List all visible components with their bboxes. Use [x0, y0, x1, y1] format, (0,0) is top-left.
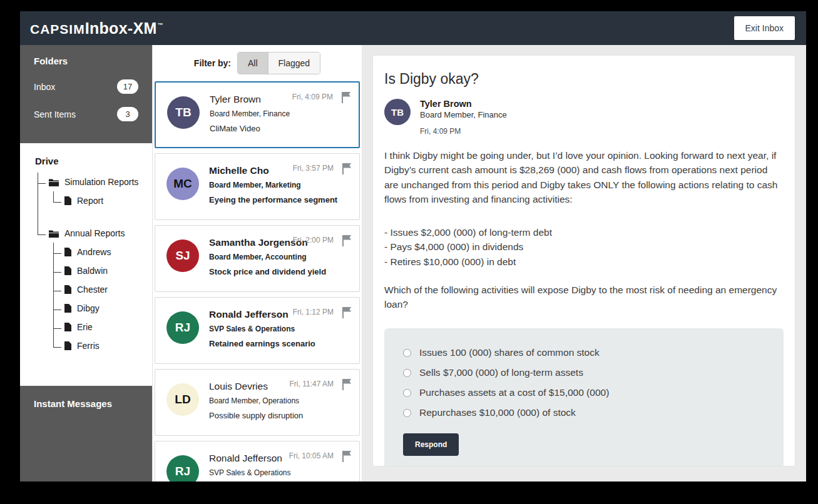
file-baldwin[interactable]: Baldwin — [64, 261, 152, 280]
email-date: Fri, 1:12 PM — [293, 308, 334, 316]
folders-title: Folders — [34, 56, 138, 66]
exit-inbox-button[interactable]: Exit Inbox — [734, 16, 795, 40]
file-icon — [64, 323, 71, 331]
email-subject: Possible supply disruption — [209, 411, 303, 420]
email-date: Fri, 4:09 PM — [292, 93, 333, 101]
capsim-inbox-logo: CAPSIMInbox-XM™ — [30, 19, 163, 38]
file-andrews[interactable]: Andrews — [64, 243, 152, 261]
flag-icon[interactable] — [342, 163, 352, 174]
sent-items-label: Sent Items — [34, 109, 76, 119]
avatar: TB — [384, 99, 411, 125]
flag-icon[interactable] — [342, 450, 352, 462]
bullet-line: - Issues $2,000 (000) of long-term debt — [384, 225, 784, 239]
filter-bar: Filter by: All Flagged — [153, 45, 362, 81]
radio-button[interactable] — [403, 349, 411, 357]
sidebar-item-inbox[interactable]: Inbox 17 — [34, 79, 138, 94]
body-bullet-list: - Issues $2,000 (000) of long-term debt … — [384, 225, 784, 269]
flag-icon[interactable] — [342, 378, 352, 390]
email-list-item-samantha-jorgenson[interactable]: SJ Samantha Jorgenson Board Member, Acco… — [155, 225, 360, 292]
answer-options-box: Issues 100 (000) shares of common stock … — [384, 328, 784, 466]
folder-label: Annual Reports — [64, 228, 125, 238]
sender-role: Board Member, Finance — [420, 110, 507, 119]
file-icon — [64, 248, 71, 256]
file-label: Ferris — [77, 341, 100, 351]
avatar: TB — [167, 96, 200, 129]
email-cards-list: TB Tyler Brown Board Member, Finance Cli… — [153, 81, 362, 481]
file-dibgy[interactable]: Dibgy — [64, 299, 152, 318]
tree-leaf: Dibgy — [53, 299, 152, 318]
sender-name: Tyler Brown — [210, 94, 290, 105]
file-report[interactable]: Report — [64, 191, 152, 210]
email-date: Fri, 4:09 PM — [420, 127, 507, 136]
avatar: SJ — [166, 239, 199, 272]
email-list-item-ronald-jefferson-2[interactable]: RJ Ronald Jefferson SVP Sales & Operatio… — [155, 441, 360, 481]
sent-items-count-badge: 3 — [117, 107, 138, 121]
logo-capsim-text: CAPSIM — [30, 22, 85, 37]
radio-button[interactable] — [403, 409, 411, 417]
option-issues-common-stock[interactable]: Issues 100 (000) shares of common stock — [403, 347, 765, 358]
flag-icon[interactable] — [342, 234, 352, 246]
folder-icon — [49, 229, 59, 238]
email-date: Fri, 11:47 AM — [290, 380, 334, 388]
email-title: Is Digby okay? — [384, 71, 784, 88]
drive-section: Drive Simulation Reports Report — [20, 143, 152, 386]
file-ferris[interactable]: Ferris — [64, 336, 152, 355]
sender-name: Ronald Jefferson — [209, 453, 291, 464]
option-label: Sells $7,000 (000) of long-term assets — [419, 367, 583, 378]
email-list-item-ronald-jefferson-1[interactable]: RJ Ronald Jefferson SVP Sales & Operatio… — [155, 297, 360, 364]
folder-annual-reports[interactable]: Annual Reports — [49, 224, 152, 243]
top-bar: CAPSIMInbox-XM™ Exit Inbox — [20, 11, 806, 45]
avatar: LD — [166, 383, 199, 416]
instant-messages-section[interactable]: Instant Messages — [20, 386, 152, 481]
radio-button[interactable] — [403, 369, 411, 377]
trademark-symbol: ™ — [158, 22, 163, 28]
sender-role: Board Member, Operations — [209, 396, 303, 405]
option-sells-long-term-assets[interactable]: Sells $7,000 (000) of long-term assets — [403, 367, 765, 378]
sender-role: SVP Sales & Operations — [209, 468, 291, 477]
file-label: Report — [77, 196, 103, 206]
file-label: Dibgy — [77, 303, 100, 313]
sender-role: SVP Sales & Operations — [209, 325, 315, 333]
sidebar: Folders Inbox 17 Sent Items 3 Drive Sim — [20, 45, 152, 481]
app-window: CAPSIMInbox-XM™ Exit Inbox Folders Inbox… — [20, 11, 806, 481]
inbox-count-badge: 17 — [117, 79, 138, 94]
sidebar-item-sent-items[interactable]: Sent Items 3 — [34, 107, 138, 121]
tree-leaf: Baldwin — [53, 261, 152, 280]
logo-inbox-xm-text: Inbox-XM — [85, 19, 157, 38]
file-label: Baldwin — [77, 266, 108, 276]
option-label: Repurchases $10,000 (000) of stock — [419, 407, 576, 418]
file-erie[interactable]: Erie — [64, 318, 152, 336]
body-paragraph: I think Digby might be going under, but … — [384, 148, 784, 206]
open-email-card: Is Digby okay? TB Tyler Brown Board Memb… — [373, 56, 795, 466]
tree-branch-annual-reports: Annual Reports Andrews — [38, 210, 152, 355]
file-chester[interactable]: Chester — [64, 280, 152, 299]
email-list-column: Filter by: All Flagged TB Tyler Brown Bo… — [152, 45, 362, 481]
tree-leaf: Chester — [53, 280, 152, 299]
email-list-item-tyler-brown[interactable]: TB Tyler Brown Board Member, Finance Cli… — [155, 81, 360, 148]
option-repurchases-stock[interactable]: Repurchases $10,000 (000) of stock — [403, 407, 765, 418]
folder-simulation-reports[interactable]: Simulation Reports — [49, 173, 152, 191]
email-subject: CliMate Video — [210, 124, 290, 133]
reading-pane: Is Digby okay? TB Tyler Brown Board Memb… — [362, 45, 806, 481]
tree-leaf: Erie — [53, 318, 152, 336]
file-label: Andrews — [77, 247, 111, 257]
email-subject: Eyeing the performance segment — [209, 195, 337, 204]
email-list-item-michelle-cho[interactable]: MC Michelle Cho Board Member, Marketing … — [155, 153, 360, 220]
file-label: Erie — [77, 322, 93, 332]
question-text: Which of the following activities will e… — [384, 283, 784, 312]
instant-messages-title: Instant Messages — [34, 398, 138, 409]
radio-button[interactable] — [403, 389, 411, 397]
email-list-item-louis-devries[interactable]: LD Louis Devries Board Member, Operation… — [155, 369, 360, 436]
option-purchases-assets[interactable]: Purchases assets at a cost of $15,000 (0… — [403, 387, 765, 398]
filter-all-button[interactable]: All — [238, 53, 268, 74]
folder-label: Simulation Reports — [64, 177, 138, 187]
sender-role: Board Member, Finance — [210, 109, 290, 118]
tree-branch-simulation-reports: Simulation Reports Report — [38, 173, 152, 210]
flag-icon[interactable] — [342, 306, 352, 318]
tree-leaf: Andrews — [53, 243, 152, 261]
respond-button[interactable]: Respond — [403, 433, 459, 456]
sender-role: Board Member, Accounting — [209, 253, 326, 261]
flag-icon[interactable] — [342, 91, 351, 103]
drive-tree: Simulation Reports Report — [38, 173, 152, 355]
filter-flagged-button[interactable]: Flagged — [268, 53, 320, 74]
